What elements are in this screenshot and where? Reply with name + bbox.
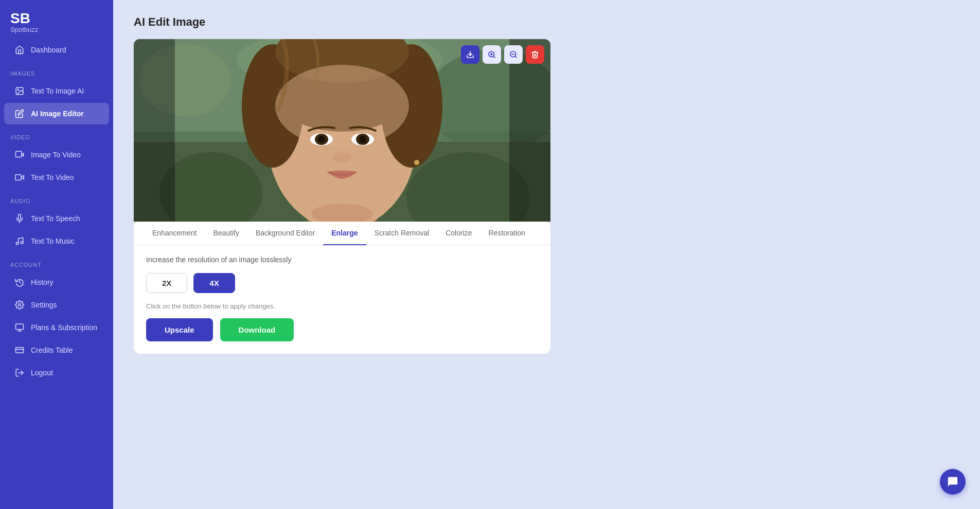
tab-background-editor[interactable]: Background Editor [247, 222, 323, 245]
tab-enhancement[interactable]: Enhancement [144, 222, 205, 245]
svg-point-38 [359, 136, 366, 143]
brand-initials: SB [10, 11, 103, 26]
sidebar-item-text-to-video[interactable]: Text To Video [4, 167, 109, 188]
image-icon [14, 86, 25, 96]
svg-rect-10 [16, 324, 24, 330]
download-button[interactable]: Download [220, 318, 294, 341]
sidebar-item-credits[interactable]: Credits Table [4, 339, 109, 361]
panel-tabs: Enhancement Beautify Background Editor E… [134, 222, 550, 245]
chat-icon [947, 476, 958, 487]
credits-icon [14, 345, 25, 355]
svg-rect-24 [134, 39, 175, 222]
text-video-icon [14, 172, 25, 183]
tab-scratch-removal[interactable]: Scratch Removal [366, 222, 438, 245]
panel-content: Increase the resolution of an image loss… [134, 245, 550, 354]
svg-rect-2 [16, 151, 22, 157]
sidebar-item-text-to-video-label: Text To Video [31, 173, 74, 181]
sidebar-item-text-to-image[interactable]: Text To Image AI [4, 80, 109, 102]
sidebar-item-dashboard-label: Dashboard [31, 46, 66, 54]
svg-point-41 [414, 160, 419, 165]
svg-point-1 [17, 89, 19, 90]
svg-point-8 [21, 242, 23, 244]
sidebar-item-text-to-image-label: Text To Image AI [31, 87, 84, 95]
sidebar-item-plans[interactable]: Plans & Subscription [4, 317, 109, 338]
action-buttons: Upscale Download [146, 318, 538, 341]
brand-logo: SB Spotbuzz [0, 0, 113, 39]
svg-rect-13 [16, 348, 24, 353]
image-preview [134, 39, 550, 222]
tab-beautify[interactable]: Beautify [205, 222, 247, 245]
svg-point-7 [16, 242, 19, 245]
sidebar-item-history-label: History [31, 278, 54, 286]
sidebar-item-history[interactable]: History [4, 271, 109, 293]
sidebar-item-logout[interactable]: Logout [4, 362, 109, 384]
scale-4x-btn[interactable]: 4X [193, 273, 235, 293]
tab-enlarge[interactable]: Enlarge [323, 222, 366, 245]
sidebar-item-dashboard[interactable]: Dashboard [4, 39, 109, 61]
video-icon [14, 150, 25, 160]
svg-point-9 [19, 304, 21, 306]
svg-line-44 [493, 56, 495, 58]
sidebar-item-settings[interactable]: Settings [4, 294, 109, 316]
section-label-audio: Audio [0, 189, 113, 207]
tab-restoration[interactable]: Restoration [480, 222, 534, 245]
sidebar-item-image-to-video[interactable]: Image To Video [4, 144, 109, 166]
zoom-out-btn[interactable] [504, 45, 523, 64]
main-content: AI Edit Image [113, 0, 980, 509]
page-title: AI Edit Image [134, 15, 959, 29]
zoom-in-btn[interactable] [483, 45, 501, 64]
history-icon [14, 277, 25, 287]
sidebar-item-text-to-speech-label: Text To Speech [31, 214, 80, 223]
image-preview-container: Enhancement Beautify Background Editor E… [134, 39, 550, 354]
brand-name: Spotbuzz [10, 26, 103, 33]
svg-rect-25 [509, 39, 550, 222]
svg-point-35 [318, 136, 325, 143]
svg-marker-4 [21, 175, 24, 179]
edit-panel: Enhancement Beautify Background Editor E… [134, 222, 550, 354]
enlarge-hint: Click on the button below to apply chang… [146, 302, 538, 310]
sidebar-item-settings-label: Settings [31, 301, 57, 309]
svg-line-48 [515, 56, 516, 58]
logout-icon [14, 368, 25, 378]
dashboard-icon [14, 45, 25, 55]
delete-btn[interactable] [526, 45, 544, 64]
scale-2x-btn[interactable]: 2X [146, 273, 187, 293]
section-label-video: Video [0, 125, 113, 143]
sidebar: SB Spotbuzz Dashboard Images Text To Ima… [0, 0, 113, 509]
portrait-svg [134, 39, 550, 222]
sidebar-item-image-to-video-label: Image To Video [31, 151, 81, 159]
svg-rect-5 [15, 175, 21, 180]
sidebar-item-text-to-speech[interactable]: Text To Speech [4, 208, 109, 229]
chat-bubble[interactable] [940, 469, 966, 495]
settings-icon [14, 300, 25, 310]
sidebar-item-plans-label: Plans & Subscription [31, 323, 97, 332]
scale-options: 2X 4X [146, 273, 538, 293]
svg-point-32 [275, 65, 409, 147]
speech-icon [14, 213, 25, 224]
plans-icon [14, 322, 25, 333]
section-label-images: Images [0, 61, 113, 80]
image-controls [461, 45, 544, 64]
section-label-account: Account [0, 252, 113, 271]
edit-image-icon [14, 108, 25, 119]
enlarge-description: Increase the resolution of an image loss… [146, 256, 538, 264]
music-icon [14, 236, 25, 246]
sidebar-item-ai-image-editor[interactable]: AI Image Editor [4, 103, 109, 124]
sidebar-item-logout-label: Logout [31, 369, 53, 377]
sidebar-item-ai-image-editor-label: AI Image Editor [31, 110, 84, 118]
sidebar-item-text-to-music[interactable]: Text To Music [4, 230, 109, 252]
sidebar-item-credits-label: Credits Table [31, 346, 73, 354]
tab-colorize[interactable]: Colorize [437, 222, 480, 245]
svg-point-39 [333, 152, 351, 162]
sidebar-item-text-to-music-label: Text To Music [31, 237, 75, 245]
download-icon-btn[interactable] [461, 45, 479, 64]
upscale-button[interactable]: Upscale [146, 318, 213, 341]
